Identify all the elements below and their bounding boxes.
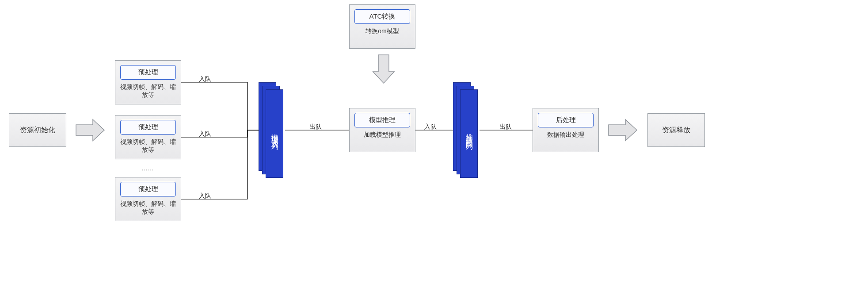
node-output-queue-label: 推理输出队列 [464, 128, 474, 139]
queue-front: 推理输出队列 [460, 89, 478, 178]
node-preprocess-3-chip: 预处理 [120, 182, 175, 196]
queue-front: 推理输入队列 [266, 89, 283, 178]
node-preprocess-1-chip: 预处理 [120, 65, 175, 80]
node-postprocess-sub: 数据输出处理 [533, 130, 598, 142]
node-inference: 模型推理 加载模型推理 [349, 108, 415, 152]
node-atc: ATC转换 转换om模型 [349, 4, 415, 49]
node-preprocess-3: 预处理 视频切帧、解码、缩放等 [115, 177, 181, 221]
edge-enqueue-3: 入队 [199, 192, 211, 200]
node-preprocess-1-sub: 视频切帧、解码、缩放等 [115, 82, 181, 103]
diagram-canvas: 资源初始化 预处理 视频切帧、解码、缩放等 预处理 视频切帧、解码、缩放等 ……… [0, 0, 868, 285]
arrow-down-icon [371, 54, 396, 85]
node-preprocess-2: 预处理 视频切帧、解码、缩放等 [115, 115, 181, 159]
arrow-right-icon [608, 118, 639, 142]
edge-enqueue-2: 入队 [199, 130, 211, 138]
ellipsis: …… [141, 165, 154, 172]
node-atc-sub: 转换om模型 [350, 27, 415, 39]
svg-marker-0 [76, 119, 104, 141]
node-preprocess-3-sub: 视频切帧、解码、缩放等 [115, 199, 181, 220]
node-resource-release-label: 资源释放 [662, 126, 690, 135]
node-resource-init-label: 资源初始化 [20, 126, 55, 135]
edge-enqueue-4: 入队 [424, 123, 437, 131]
edge-dequeue-2: 出队 [499, 123, 512, 131]
node-postprocess: 后处理 数据输出处理 [533, 108, 599, 152]
node-preprocess-1: 预处理 视频切帧、解码、缩放等 [115, 60, 181, 104]
arrow-right-icon [75, 118, 106, 142]
node-inference-sub: 加载模型推理 [350, 130, 415, 142]
node-atc-chip: ATC转换 [354, 9, 410, 24]
node-input-queue-label: 推理输入队列 [270, 128, 279, 139]
node-postprocess-chip: 后处理 [538, 113, 593, 127]
node-preprocess-2-chip: 预处理 [120, 120, 175, 135]
node-resource-release: 资源释放 [647, 113, 705, 147]
node-inference-chip: 模型推理 [354, 113, 410, 127]
svg-marker-5 [609, 119, 637, 141]
node-resource-init: 资源初始化 [9, 113, 66, 147]
edge-enqueue-1: 入队 [199, 75, 211, 83]
node-preprocess-2-sub: 视频切帧、解码、缩放等 [115, 137, 181, 158]
edge-dequeue-1: 出队 [309, 123, 322, 131]
svg-marker-4 [373, 55, 394, 83]
